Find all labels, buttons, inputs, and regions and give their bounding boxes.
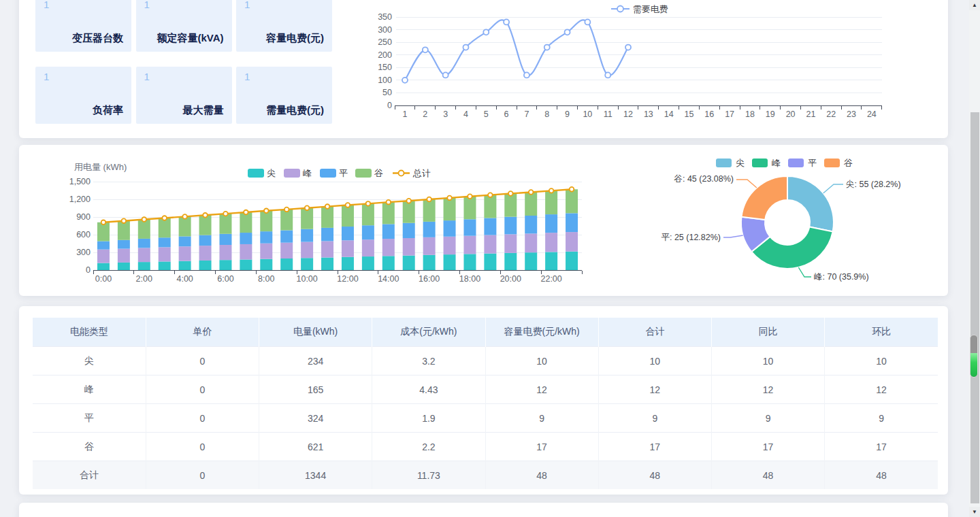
total-line-marker — [305, 205, 310, 210]
table-cell: 234 — [259, 347, 372, 376]
bar-segment — [504, 253, 517, 270]
stat-card-label: 变压器台数 — [72, 32, 123, 45]
stat-card-value: 1 — [144, 71, 150, 82]
bar-segment — [138, 220, 150, 239]
total-line-marker — [264, 209, 269, 214]
table-cell: 1.9 — [372, 404, 485, 433]
donut-slice[interactable] — [742, 176, 788, 220]
scrollbar-up-icon[interactable]: ▲ — [969, 0, 980, 10]
usage-legend-item-total[interactable]: 总计 — [393, 168, 431, 178]
table-cell: 12 — [485, 376, 598, 404]
total-line-marker — [162, 216, 167, 220]
column-header: 合计 — [598, 318, 711, 347]
bar-segment — [118, 249, 130, 263]
bar-segment — [566, 189, 578, 213]
usage-chart-svg: 用电量 (kWh)03006009001,2001,5000:002:004:0… — [65, 159, 602, 289]
x-axis-tick: 10:00 — [296, 274, 317, 284]
bar-segment — [403, 238, 415, 256]
scroll-position-indicator[interactable] — [970, 335, 978, 378]
table-cell: 0 — [146, 433, 259, 461]
x-axis-tick: 23 — [847, 110, 856, 119]
stat-card-label: 负荷率 — [93, 104, 123, 117]
x-axis-tick: 6:00 — [217, 274, 233, 284]
stat-card: 1负荷率 — [35, 67, 131, 124]
table-cell: 10 — [598, 347, 711, 376]
total-line-marker — [529, 190, 534, 195]
total-line-marker — [284, 207, 289, 212]
data-point-marker — [565, 29, 570, 35]
bar-segment — [362, 225, 374, 239]
total-line-marker — [427, 197, 431, 202]
bar-segment — [504, 234, 517, 252]
bar-segment — [159, 247, 171, 261]
bar-segment — [362, 203, 374, 225]
bar-segment — [118, 263, 130, 270]
x-axis-tick: 10 — [583, 110, 592, 119]
stat-card-label: 需量电费(元) — [266, 104, 324, 117]
bar-segment — [342, 240, 354, 256]
demand-legend-item[interactable]: 需要电费 — [611, 4, 668, 14]
legend-label: 峰 — [303, 168, 312, 178]
bar-segment — [240, 244, 252, 260]
donut-slice[interactable] — [787, 176, 834, 232]
stat-cards: 1变压器台数1额定容量(kVA)1容量电费(元)1负荷率1最大需量1需量电费(元… — [35, 0, 335, 118]
stat-card: 1变压器台数 — [35, 0, 131, 52]
table-cell: 尖 — [33, 347, 146, 376]
legend-marker-icon — [617, 6, 623, 12]
bar-segment — [199, 261, 212, 270]
bar-segment — [382, 224, 395, 239]
legend-swatch-icon — [284, 169, 300, 178]
bar-segment — [138, 262, 150, 270]
table-cell: 12 — [598, 376, 711, 404]
slice-label: 平: 25 (12.82%) — [661, 233, 721, 242]
stat-card-value: 1 — [44, 0, 49, 10]
legend-swatch-icon — [248, 169, 264, 178]
donut-legend-item[interactable]: 谷 — [824, 158, 853, 168]
bar-segment — [403, 223, 415, 238]
bar-segment — [138, 248, 150, 262]
x-axis-tick: 17 — [725, 110, 734, 119]
bar-segment — [545, 214, 557, 233]
y-axis-tick: 200 — [378, 50, 392, 60]
bar-segment — [280, 258, 293, 270]
x-axis-tick: 24 — [867, 110, 877, 119]
bar-segment — [219, 234, 231, 245]
bar-segment — [240, 212, 252, 233]
bar-segment — [525, 216, 537, 233]
bar-segment — [545, 252, 557, 270]
usage-legend-item[interactable]: 尖 — [248, 168, 276, 178]
y-axis-tick: 1,200 — [69, 195, 91, 204]
x-axis-tick: 18:00 — [459, 274, 480, 284]
bar-segment — [179, 216, 191, 236]
total-line-marker — [366, 201, 371, 206]
x-axis-tick: 3 — [443, 110, 448, 119]
x-axis-tick: 9 — [565, 110, 570, 119]
x-axis-tick: 5 — [484, 110, 489, 119]
donut-legend-item[interactable]: 尖 — [716, 158, 745, 168]
usage-legend-item[interactable]: 谷 — [355, 168, 383, 178]
usage-legend-item[interactable]: 平 — [320, 168, 348, 178]
stat-card-label: 容量电费(元) — [266, 32, 324, 45]
table-row: 峰01654.4312121212 — [33, 376, 938, 404]
total-line-marker — [488, 193, 493, 197]
slice-label: 尖: 55 (28.2%) — [846, 180, 901, 189]
x-axis-tick: 18 — [745, 110, 755, 119]
scrollbar-thumb[interactable] — [970, 112, 979, 503]
donut-legend-item[interactable]: 峰 — [752, 158, 781, 168]
legend-label: 谷 — [844, 158, 853, 168]
scrollbar-down-icon[interactable]: ▼ — [969, 507, 980, 517]
column-header: 同比 — [712, 318, 825, 347]
data-point-marker — [443, 72, 448, 78]
x-axis-tick: 20:00 — [500, 274, 521, 284]
donut-legend-item[interactable]: 平 — [788, 158, 817, 168]
total-line-marker — [325, 204, 330, 209]
bar-segment — [219, 260, 231, 270]
x-axis-tick: 19 — [766, 110, 775, 119]
table-cell: 2.2 — [372, 433, 485, 461]
usage-legend-item[interactable]: 峰 — [284, 168, 312, 178]
column-header: 电能类型 — [33, 318, 146, 347]
legend-swatch-icon — [320, 169, 336, 178]
table-cell: 10 — [712, 347, 825, 376]
total-line-marker — [447, 196, 452, 201]
bar-segment — [484, 254, 496, 270]
